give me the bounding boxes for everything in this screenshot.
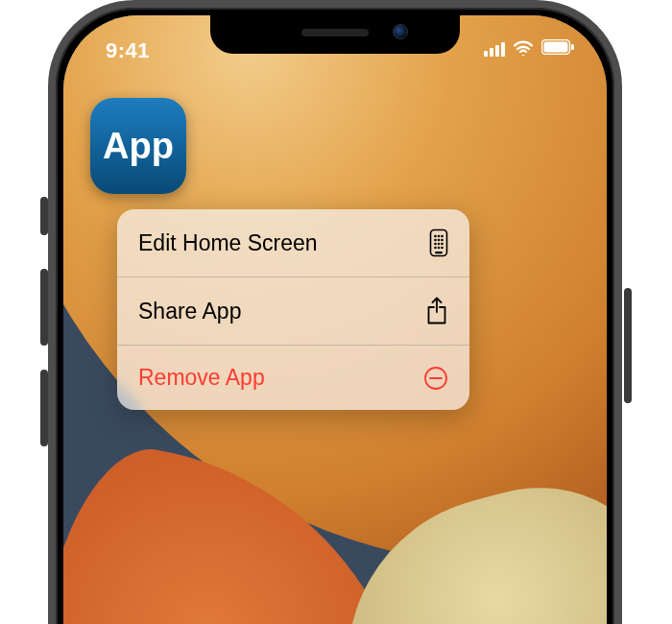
- apps-grid-icon: [429, 228, 448, 257]
- menu-item-label: Share App: [138, 299, 241, 324]
- svg-point-9: [441, 239, 444, 242]
- wifi-icon: [512, 38, 535, 60]
- app-icon-label: App: [103, 126, 174, 167]
- phone-screen: 9:41: [63, 15, 607, 624]
- menu-item-edit-home-screen[interactable]: Edit Home Screen: [117, 209, 469, 277]
- svg-point-10: [434, 243, 437, 246]
- svg-point-12: [441, 243, 444, 246]
- phone-silence-switch: [40, 197, 48, 235]
- svg-rect-1: [544, 42, 568, 53]
- phone-power-button: [624, 288, 632, 403]
- menu-item-remove-app[interactable]: Remove App: [117, 346, 469, 410]
- phone-frame: 9:41: [48, 0, 622, 624]
- svg-point-8: [438, 239, 441, 242]
- svg-point-6: [441, 235, 444, 238]
- svg-rect-16: [435, 252, 443, 253]
- share-icon: [425, 297, 448, 325]
- svg-point-4: [434, 235, 437, 238]
- battery-icon: [541, 39, 574, 59]
- cellular-signal-icon: [484, 41, 505, 57]
- status-time: 9:41: [106, 38, 150, 63]
- menu-item-label: Edit Home Screen: [138, 230, 318, 256]
- svg-point-15: [441, 247, 444, 250]
- status-bar: 9:41: [63, 33, 607, 71]
- app-icon[interactable]: App: [90, 98, 186, 194]
- status-indicators: [484, 38, 574, 60]
- svg-point-11: [438, 243, 441, 246]
- svg-point-7: [434, 239, 437, 242]
- phone-volume-down: [40, 370, 48, 446]
- svg-rect-2: [571, 44, 574, 50]
- svg-point-5: [438, 235, 441, 238]
- svg-point-13: [434, 247, 437, 250]
- svg-point-14: [438, 247, 441, 250]
- phone-volume-up: [40, 269, 48, 346]
- menu-item-share-app[interactable]: Share App: [117, 277, 469, 346]
- menu-item-label: Remove App: [138, 365, 265, 391]
- app-context-menu: Edit Home Screen: [117, 209, 469, 410]
- remove-icon: [423, 366, 448, 391]
